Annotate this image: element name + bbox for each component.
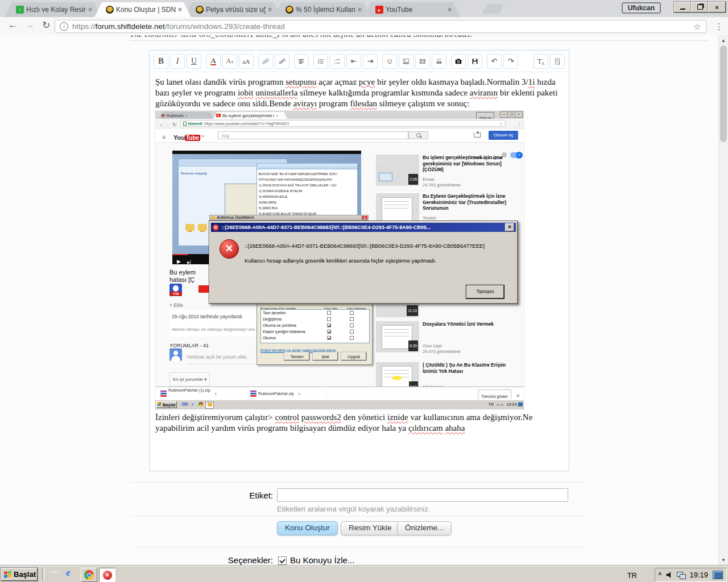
- minimize-button[interactable]: [674, 2, 692, 13]
- error-dialog-titlebar: ✕ ::{26EE0668-A00A-44D7-9371-BEB064C9868…: [211, 223, 516, 232]
- attached-screenshot: R Rubinum× ▶ Bu eylemi gerçekleştirmek i…: [155, 111, 524, 409]
- start-button[interactable]: Başlat: [1, 568, 38, 581]
- toolbar-group: [258, 54, 289, 69]
- text-color-button[interactable]: A: [206, 54, 221, 69]
- chrome-task-button[interactable]: [81, 568, 97, 582]
- browser-menu-icon[interactable]: ⋮: [715, 22, 723, 32]
- text-run: İzinleri değiştiremiyorum çalıştır>: [155, 413, 275, 422]
- tab-close-icon[interactable]: ×: [268, 6, 272, 14]
- insert-media-button[interactable]: [415, 54, 430, 69]
- redo-button[interactable]: ↷: [503, 54, 518, 69]
- editor-body[interactable]: Şu lanet olası dandik virüs programın se…: [150, 72, 569, 438]
- indent-button[interactable]: ⇥: [363, 54, 378, 69]
- page-scrollbar[interactable]: ▲ ▼: [718, 35, 728, 566]
- tab-close-icon[interactable]: ×: [178, 6, 182, 14]
- permission-label: Okuma ve yürütme: [263, 323, 296, 327]
- watch-thread-checkbox[interactable]: [278, 556, 287, 565]
- language-indicator[interactable]: TR: [627, 571, 637, 580]
- internet-explorer-icon[interactable]: e: [66, 568, 71, 578]
- notepad-line: 3) ARDINDAN EKLE: [259, 194, 355, 199]
- allow-checkbox: [327, 311, 331, 315]
- tab-close-icon[interactable]: ×: [448, 6, 452, 14]
- chevron-icon: ∧: [298, 388, 301, 399]
- preview-button[interactable]: Önizleme...: [397, 521, 452, 535]
- divider: [131, 547, 586, 547]
- tab-strip: Ufukcan × ↑Hızlı ve Kolay Resim Paylaşım…: [0, 0, 728, 18]
- scroll-down-icon[interactable]: ▼: [721, 558, 726, 563]
- forward-button[interactable]: →: [25, 19, 35, 31]
- video-duration: 11:13: [407, 305, 418, 316]
- post-editor[interactable]: BIUAA±aA12⇤⇥☺↶↷Tx Şu lanet olası dandik …: [149, 50, 569, 471]
- tag-label: Etiket:: [171, 490, 273, 500]
- browser-tab-2[interactable]: Konu Oluştur | SDN Forum×: [94, 2, 191, 17]
- reload-button[interactable]: ↻: [42, 19, 50, 31]
- browser-tab-3[interactable]: Petya virüsü size uğramada×: [184, 2, 281, 17]
- suggested-video: ⊞ + R2:05Bu işlemi gerçekleştirmek için …: [376, 155, 523, 190]
- address-bar[interactable]: i https://forum.shiftdelete.net/forums/w…: [55, 20, 706, 33]
- remove-formatting-button[interactable]: Tx: [533, 54, 548, 69]
- show-desktop-icon[interactable]: [713, 571, 723, 579]
- tab-close-icon[interactable]: ×: [88, 6, 92, 14]
- screenshot-button[interactable]: [451, 54, 466, 69]
- new-tab-button[interactable]: [482, 4, 504, 14]
- clock[interactable]: 19:19: [689, 571, 708, 579]
- back-button[interactable]: ←: [8, 19, 18, 31]
- font-size-button[interactable]: A±: [222, 54, 237, 69]
- undo-button[interactable]: ↶: [487, 54, 502, 69]
- permission-label: Klasör içeriğini listeleme: [263, 330, 305, 334]
- italic-button[interactable]: I: [170, 54, 185, 69]
- insert-link-button[interactable]: [258, 54, 273, 69]
- save-draft-button[interactable]: [468, 54, 482, 69]
- scroll-thumb[interactable]: [720, 45, 727, 142]
- scroll-up-icon[interactable]: ▲: [721, 38, 726, 43]
- toolbar-group: [451, 54, 482, 69]
- deny-checkbox: [350, 330, 354, 334]
- font-family-button[interactable]: aA: [239, 54, 254, 69]
- allow-checkbox: [327, 317, 331, 321]
- explorer-title: Resimler kitaplığı: [181, 168, 207, 179]
- perm-apply-button: Uygula: [341, 352, 366, 360]
- bold-button[interactable]: B: [154, 54, 168, 69]
- browser-tab-5[interactable]: ▶YouTube×: [364, 2, 461, 17]
- text-run: açar açmaz: [316, 77, 359, 86]
- profile-chip[interactable]: Ufukcan: [622, 2, 661, 14]
- error-dialog-task-button[interactable]: ✕: [99, 568, 115, 582]
- shot-address-bar: Güvenli https://www.youtube.com/watch?v=…: [180, 120, 506, 127]
- download-item: RubinumPatcher (1).zipİptal Edildi ∧: [158, 388, 249, 399]
- outdent-button[interactable]: ⇤: [346, 54, 361, 69]
- browser-tab-1[interactable]: ↑Hızlı ve Kolay Resim Paylaşım×: [5, 2, 101, 17]
- volume-icon[interactable]: [666, 572, 672, 578]
- upload-icon: [474, 132, 481, 138]
- permission-row: Okuma ve yürütme: [261, 322, 369, 329]
- underline-button[interactable]: U: [187, 54, 201, 69]
- network-icon[interactable]: [677, 572, 685, 579]
- create-thread-button[interactable]: Konu Oluştur: [277, 521, 338, 535]
- toggle-bbcode-button[interactable]: [550, 54, 565, 69]
- restore-button[interactable]: [691, 2, 709, 13]
- perm-ok-button: Tamam: [284, 352, 309, 360]
- numbered-list-button[interactable]: 12: [330, 54, 345, 69]
- misspelled-word: 1i: [528, 77, 535, 86]
- browser-tab-4[interactable]: % 50 İşlemci Kullanan Progr×: [274, 2, 371, 17]
- bookmark-star-icon[interactable]: ☆: [694, 22, 701, 32]
- alignment-button[interactable]: [294, 54, 309, 69]
- hidden-icons-arrow[interactable]: ^: [659, 572, 662, 578]
- allow-checkbox: [327, 330, 331, 334]
- unlink-button[interactable]: [275, 54, 289, 69]
- misspelled-word: iznide: [387, 413, 408, 422]
- insert-quote-button[interactable]: [432, 54, 446, 69]
- close-button[interactable]: ×: [708, 2, 726, 13]
- insert-image-button[interactable]: [399, 54, 413, 69]
- tag-input[interactable]: [277, 488, 568, 502]
- smilies-button[interactable]: ☺: [382, 54, 397, 69]
- similar-threads-error: The controller XenForo_ControllerPublic_…: [130, 35, 708, 41]
- folder-icon: [211, 217, 215, 219]
- toolbar-group: ☺: [382, 54, 446, 69]
- shot-restore: ❏: [507, 111, 515, 118]
- padlock-icon: [183, 122, 187, 126]
- upload-image-button[interactable]: Resim Yükle: [341, 521, 400, 535]
- bullet-list-button[interactable]: [313, 54, 328, 69]
- page-info-icon[interactable]: i: [60, 22, 68, 31]
- tab-close-icon[interactable]: ×: [358, 6, 362, 14]
- hamburger-icon: ≡: [162, 132, 166, 143]
